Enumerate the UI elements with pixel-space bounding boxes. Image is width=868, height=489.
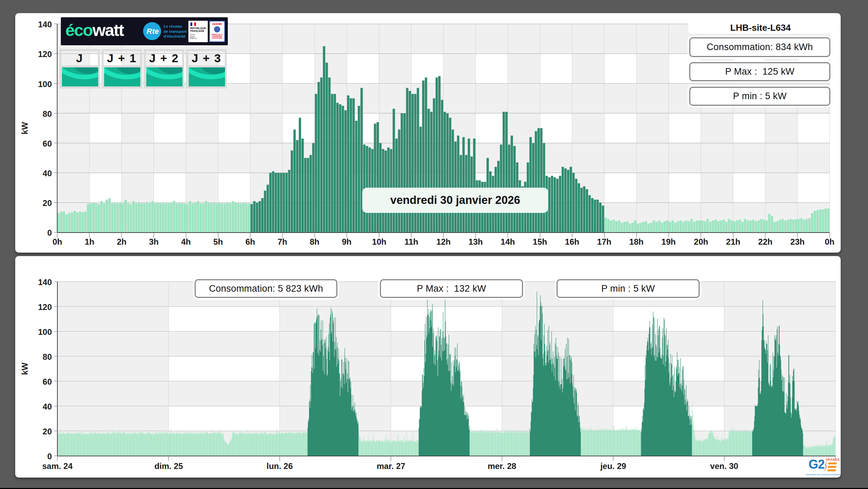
svg-text:100: 100 bbox=[38, 79, 52, 89]
svg-text:ven. 30: ven. 30 bbox=[710, 461, 738, 471]
svg-text:mer. 28: mer. 28 bbox=[488, 461, 516, 471]
svg-text:0: 0 bbox=[47, 228, 52, 237]
svg-text:120: 120 bbox=[38, 302, 52, 312]
svg-text:2h: 2h bbox=[117, 237, 127, 246]
svg-text:lun. 26: lun. 26 bbox=[267, 461, 293, 471]
svg-text:40: 40 bbox=[43, 402, 52, 411]
svg-text:7h: 7h bbox=[278, 237, 287, 246]
svg-text:18h: 18h bbox=[629, 237, 643, 246]
svg-text:16h: 16h bbox=[565, 237, 579, 246]
svg-text:140: 140 bbox=[38, 20, 52, 29]
svg-text:4h: 4h bbox=[181, 237, 191, 246]
svg-text:21h: 21h bbox=[726, 237, 740, 246]
svg-text:8h: 8h bbox=[310, 237, 319, 246]
svg-text:22h: 22h bbox=[758, 237, 772, 246]
svg-text:120: 120 bbox=[38, 49, 52, 59]
svg-text:20: 20 bbox=[43, 427, 52, 436]
svg-text:10h: 10h bbox=[372, 237, 386, 246]
svg-text:3h: 3h bbox=[149, 237, 159, 246]
svg-text:60: 60 bbox=[43, 377, 52, 386]
svg-text:kW: kW bbox=[20, 363, 29, 375]
svg-text:17h: 17h bbox=[597, 237, 611, 246]
svg-text:0h: 0h bbox=[825, 237, 834, 246]
svg-text:0: 0 bbox=[47, 452, 52, 461]
svg-text:mar. 27: mar. 27 bbox=[377, 461, 405, 471]
svg-text:sam. 24: sam. 24 bbox=[42, 461, 73, 471]
svg-text:12h: 12h bbox=[436, 237, 450, 246]
svg-text:1h: 1h bbox=[85, 237, 94, 246]
svg-text:40: 40 bbox=[43, 169, 52, 178]
svg-text:11h: 11h bbox=[404, 237, 418, 246]
svg-text:23h: 23h bbox=[790, 237, 804, 246]
svg-text:jeu. 29: jeu. 29 bbox=[600, 461, 626, 471]
svg-text:0h: 0h bbox=[53, 237, 62, 246]
svg-text:20h: 20h bbox=[694, 237, 708, 246]
svg-text:15h: 15h bbox=[533, 237, 547, 246]
svg-text:13h: 13h bbox=[468, 237, 483, 246]
svg-text:60: 60 bbox=[43, 139, 52, 148]
svg-text:80: 80 bbox=[43, 109, 52, 119]
svg-text:80: 80 bbox=[43, 352, 52, 361]
svg-text:140: 140 bbox=[38, 278, 52, 287]
svg-text:5h: 5h bbox=[213, 237, 223, 246]
svg-text:dim. 25: dim. 25 bbox=[155, 461, 183, 471]
svg-text:9h: 9h bbox=[342, 237, 352, 246]
svg-text:20: 20 bbox=[43, 198, 52, 208]
svg-text:19h: 19h bbox=[661, 237, 675, 246]
svg-text:kW: kW bbox=[20, 122, 29, 134]
svg-text:100: 100 bbox=[38, 327, 52, 337]
svg-text:14h: 14h bbox=[501, 237, 515, 246]
svg-text:6h: 6h bbox=[245, 237, 255, 246]
